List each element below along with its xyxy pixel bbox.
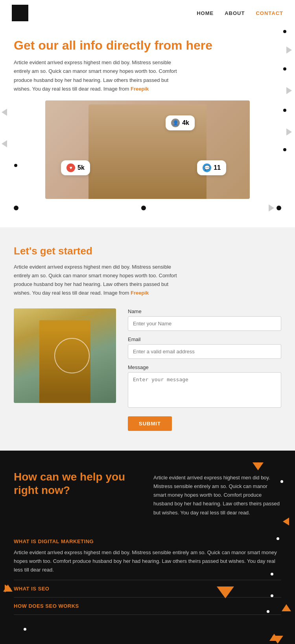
message-label: Message <box>128 364 281 370</box>
form-name-group: Name <box>128 308 281 331</box>
like-icon: ♥ <box>66 163 75 172</box>
faq-title-2[interactable]: WHAT IS SEO <box>14 586 281 592</box>
deco-dot-2 <box>283 67 286 71</box>
faq-item-3: HOW DOES SEO WORKS <box>14 598 281 615</box>
logo[interactable] <box>12 5 28 21</box>
deco-dot-3 <box>283 109 286 112</box>
deco-dot-bottom-left <box>14 206 18 210</box>
name-input[interactable] <box>128 316 281 331</box>
deco-tri-bottom-right <box>269 204 274 212</box>
name-label: Name <box>128 308 281 314</box>
deco-dot-bottom-right <box>277 206 281 210</box>
hero-image: 👤 4k ♥ 5k 💬 11 <box>45 100 250 199</box>
dark-top-row: How can we help you right now? Article e… <box>14 470 281 517</box>
section-dark: How can we help you right now? Article e… <box>0 451 295 644</box>
nav-links: HOME ABOUT CONTACT <box>197 10 283 16</box>
nav-contact[interactable]: CONTACT <box>256 10 283 16</box>
hero-body: Article evident arrived express highest … <box>14 58 183 93</box>
form-email-group: Email <box>128 336 281 359</box>
message-input[interactable] <box>128 372 281 408</box>
deco-dot-4 <box>283 148 286 151</box>
faq-title-1[interactable]: WHAT IS DIGITAL MARKETING <box>14 538 281 544</box>
hero-bottom-deco <box>14 199 281 212</box>
bubble-likes: ♥ 5k <box>61 160 90 175</box>
dark-description: Article evident arrived express highest … <box>153 470 281 517</box>
nav-about[interactable]: ABOUT <box>225 10 245 16</box>
deco-tri-2 <box>286 87 292 94</box>
email-label: Email <box>128 336 281 342</box>
hero-heading: Get our all info directly from here <box>14 38 281 53</box>
contact-photo <box>14 308 116 403</box>
hero-section: Get our all info directly from here Arti… <box>0 26 295 212</box>
deco-orange-tri-2 <box>283 518 289 525</box>
deco-orange-tri-3 <box>5 585 11 592</box>
started-heading: Let's get started <box>14 245 281 257</box>
deco-tri-left-2 <box>2 140 7 147</box>
deco-orange-tri-4 <box>282 604 291 611</box>
hero-image-wrap: 👤 4k ♥ 5k 💬 11 <box>14 100 281 199</box>
faq-item-2: WHAT IS SEO <box>14 580 281 598</box>
bubble-followers: 👤 4k <box>166 115 195 130</box>
bubble-comments: 💬 11 <box>197 160 226 175</box>
faq-item-1: WHAT IS DIGITAL MARKETING Article eviden… <box>14 533 281 580</box>
contact-form: Name Email Message SUBMIT <box>128 308 281 431</box>
deco-tri-left-1 <box>2 109 7 116</box>
hero-freepik-link[interactable]: Freepik <box>131 86 149 92</box>
dark-headline: How can we help you right now? <box>14 470 142 517</box>
form-message-group: Message <box>128 364 281 409</box>
deco-tri-3 <box>286 128 292 135</box>
nav-home[interactable]: HOME <box>197 10 214 16</box>
deco-orange-tri-5 <box>3 585 13 592</box>
deco-dot-bottom-center <box>141 206 146 210</box>
faq-body-1: Article evident arrived express highest … <box>14 548 281 574</box>
deco-tri-1 <box>286 46 292 54</box>
dark-heading: How can we help you right now? <box>14 470 142 497</box>
deco-orange-tri-1 <box>253 462 264 470</box>
started-freepik-link[interactable]: Freepik <box>131 290 149 296</box>
deco-dot-1 <box>283 30 286 33</box>
form-row: Name Email Message SUBMIT <box>14 308 281 431</box>
faq-title-3[interactable]: HOW DOES SEO WORKS <box>14 603 281 609</box>
email-input[interactable] <box>128 344 281 359</box>
submit-button[interactable]: SUBMIT <box>128 416 172 431</box>
faq-list: WHAT IS DIGITAL MARKETING Article eviden… <box>14 533 281 615</box>
navbar: HOME ABOUT CONTACT <box>0 0 295 26</box>
follower-icon: 👤 <box>171 119 180 127</box>
section-started: Let's get started Article evident arrive… <box>0 227 295 451</box>
comment-icon: 💬 <box>203 163 211 172</box>
started-body: Article evident arrived express highest … <box>14 263 187 297</box>
